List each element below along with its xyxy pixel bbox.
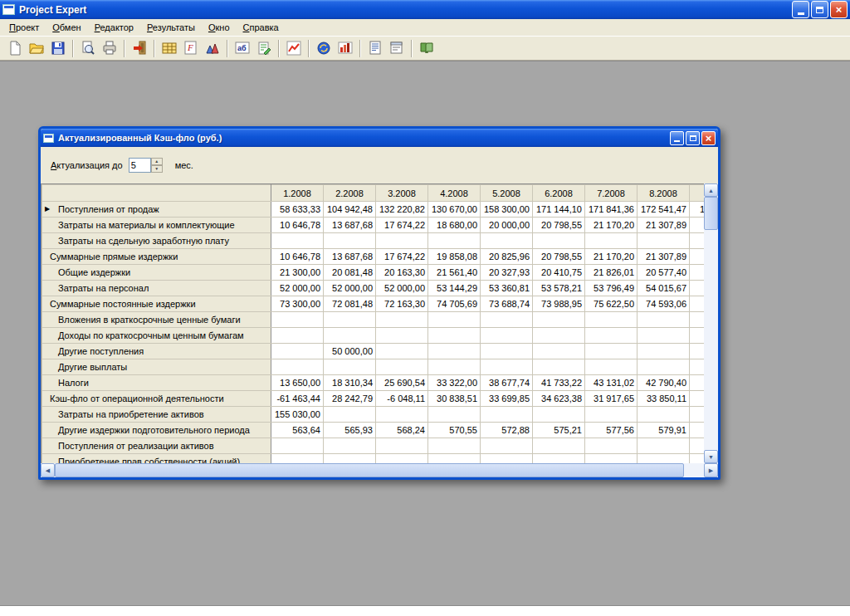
table-cell[interactable] <box>481 233 533 249</box>
table-cell[interactable] <box>271 233 324 249</box>
menu-item-results[interactable]: Результаты <box>140 21 202 34</box>
print-button[interactable] <box>99 38 120 59</box>
table-cell[interactable] <box>428 407 481 423</box>
table-cell[interactable]: 53 360,81 <box>481 281 533 296</box>
table-cell[interactable]: 42 790,40 <box>638 375 690 391</box>
what-if-analysis-button[interactable] <box>202 38 222 59</box>
table-cell[interactable]: 20 000,00 <box>481 218 533 233</box>
table-cell[interactable] <box>376 359 428 375</box>
row-label[interactable]: Затраты на сдельную заработную плату <box>42 233 271 249</box>
table-cell[interactable]: 104 942,48 <box>324 202 376 218</box>
table-cell[interactable]: 21 170,20 <box>585 249 638 265</box>
actualization-input[interactable] <box>129 158 151 173</box>
table-cell[interactable]: 52 000,00 <box>271 281 324 296</box>
table-cell[interactable]: 38 677,74 <box>481 375 533 391</box>
table-cell[interactable] <box>324 328 376 344</box>
table-cell[interactable] <box>481 454 533 464</box>
table-cell[interactable]: 20 798,55 <box>533 218 585 233</box>
table-cell[interactable] <box>428 359 481 375</box>
child-close-button[interactable]: × <box>701 131 716 145</box>
table-cell[interactable]: 20 410,75 <box>533 265 585 281</box>
table-cell[interactable]: 72 163,30 <box>376 296 428 312</box>
scroll-up-button[interactable]: ▲ <box>704 183 718 197</box>
text-dictionary-button[interactable]: аб <box>232 38 252 59</box>
table-cell[interactable] <box>481 312 533 328</box>
table-cell[interactable]: 50 000,00 <box>324 344 376 359</box>
table-cell[interactable]: -6 048,11 <box>376 391 428 407</box>
table-cell[interactable]: 21 826,01 <box>585 265 638 281</box>
table-cell-clipped[interactable] <box>690 423 705 438</box>
table-cell[interactable]: 33 322,00 <box>428 375 481 391</box>
table-cell[interactable] <box>271 312 324 328</box>
table-cell[interactable]: 155 030,00 <box>271 407 324 423</box>
table-cell-clipped[interactable] <box>690 265 705 281</box>
row-label[interactable]: Поступления от реализации активов <box>42 438 271 454</box>
row-label[interactable]: Затраты на персонал <box>42 281 271 296</box>
table-cell[interactable]: 20 163,30 <box>376 265 428 281</box>
table-cell-clipped[interactable] <box>690 375 705 391</box>
spin-down-button[interactable]: ▼ <box>151 165 163 173</box>
table-cell[interactable]: 53 578,21 <box>533 281 585 296</box>
report-chart-button[interactable] <box>335 38 355 59</box>
table-cell[interactable] <box>481 407 533 423</box>
table-cell[interactable] <box>428 312 481 328</box>
new-document-button[interactable] <box>4 38 25 59</box>
menu-item-project[interactable]: Проект <box>2 21 46 34</box>
table-cell-clipped[interactable] <box>690 438 705 454</box>
table-cell[interactable] <box>533 233 585 249</box>
table-cell[interactable]: 20 577,40 <box>638 265 690 281</box>
table-cell[interactable] <box>638 344 690 359</box>
table-cell[interactable] <box>638 359 690 375</box>
close-button[interactable]: × <box>830 1 848 18</box>
table-cell[interactable] <box>271 344 324 359</box>
menu-item-editor[interactable]: Редактор <box>88 21 140 34</box>
table-cell[interactable] <box>585 438 638 454</box>
report-button[interactable] <box>386 38 407 59</box>
row-label[interactable]: Кэш-фло от операционной деятельности <box>42 391 271 407</box>
open-project-button[interactable] <box>26 38 46 59</box>
table-cell[interactable]: 20 825,96 <box>481 249 533 265</box>
table-cell[interactable]: 10 646,78 <box>271 249 324 265</box>
table-cell[interactable]: 41 733,22 <box>533 375 585 391</box>
table-cell[interactable]: 172 541,47 <box>638 202 690 218</box>
print-preview-button[interactable] <box>77 38 98 59</box>
table-cell[interactable] <box>533 328 585 344</box>
table-cell[interactable] <box>376 454 428 464</box>
table-cell[interactable]: 17 674,22 <box>376 249 428 265</box>
table-cell[interactable]: 30 838,51 <box>428 391 481 407</box>
horizontal-scrollbar[interactable]: ◀ ▶ <box>41 463 718 477</box>
table-cell[interactable] <box>585 359 638 375</box>
row-label[interactable]: Приобретение прав собственности (акций) <box>42 454 271 464</box>
table-cell[interactable] <box>376 344 428 359</box>
table-cell[interactable]: 21 561,40 <box>428 265 481 281</box>
row-label[interactable]: Суммарные постоянные издержки <box>42 296 271 312</box>
table-cell-clipped[interactable] <box>690 218 705 233</box>
table-cell-clipped[interactable] <box>690 249 705 265</box>
update-data-button[interactable] <box>313 38 334 59</box>
table-cell[interactable]: 13 650,00 <box>271 375 324 391</box>
table-cell[interactable]: 21 300,00 <box>271 265 324 281</box>
save-project-button[interactable] <box>47 38 68 59</box>
project-tables-button[interactable] <box>159 38 179 59</box>
horizontal-scroll-thumb[interactable] <box>55 463 684 477</box>
table-cell[interactable]: 52 000,00 <box>324 281 376 296</box>
table-cell[interactable] <box>638 233 690 249</box>
formulas-button[interactable]: F <box>180 38 201 59</box>
table-cell[interactable]: 53 796,49 <box>585 281 638 296</box>
menu-item-exchange[interactable]: Обмен <box>46 21 87 34</box>
table-cell-clipped[interactable] <box>690 359 705 375</box>
table-cell[interactable]: 20 081,48 <box>324 265 376 281</box>
table-cell[interactable]: 565,93 <box>324 423 376 438</box>
table-cell[interactable]: 31 917,65 <box>585 391 638 407</box>
menu-item-window[interactable]: Окно <box>202 21 237 34</box>
table-cell[interactable] <box>585 407 638 423</box>
table-cell[interactable]: 74 705,69 <box>428 296 481 312</box>
table-cell[interactable]: 171 144,10 <box>533 202 585 218</box>
table-cell[interactable] <box>533 407 585 423</box>
table-cell[interactable] <box>376 438 428 454</box>
table-cell[interactable] <box>585 328 638 344</box>
menu-item-help[interactable]: Справка <box>237 21 286 34</box>
reference-book-button[interactable] <box>416 38 437 59</box>
row-label[interactable]: Суммарные прямые издержки <box>42 249 271 265</box>
table-cell[interactable] <box>324 454 376 464</box>
